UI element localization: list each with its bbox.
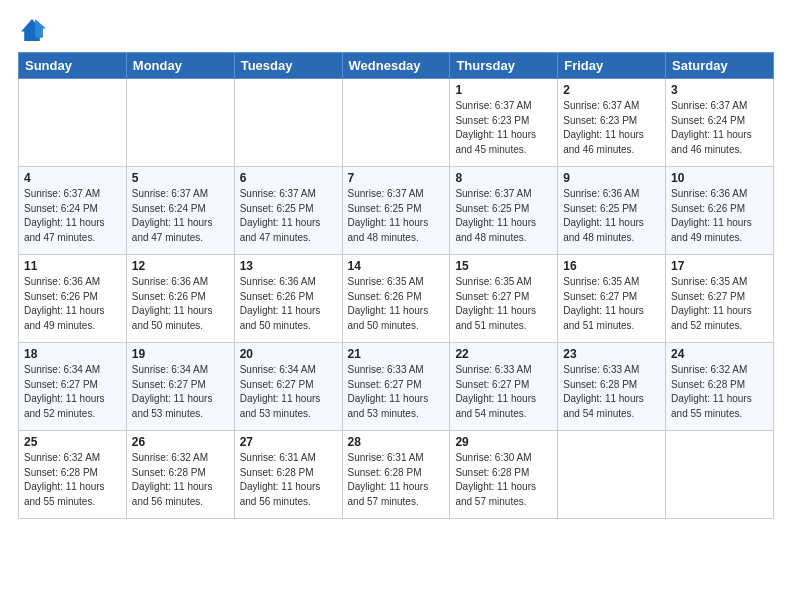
day-number: 23 [563, 347, 660, 361]
calendar-cell: 26Sunrise: 6:32 AM Sunset: 6:28 PM Dayli… [126, 431, 234, 519]
day-number: 25 [24, 435, 121, 449]
day-number: 5 [132, 171, 229, 185]
calendar-day-header: Saturday [666, 53, 774, 79]
day-info: Sunrise: 6:37 AM Sunset: 6:25 PM Dayligh… [455, 187, 552, 245]
day-number: 6 [240, 171, 337, 185]
calendar-cell [126, 79, 234, 167]
logo-icon [18, 16, 46, 44]
calendar-cell: 15Sunrise: 6:35 AM Sunset: 6:27 PM Dayli… [450, 255, 558, 343]
header [18, 16, 774, 44]
day-info: Sunrise: 6:36 AM Sunset: 6:25 PM Dayligh… [563, 187, 660, 245]
day-number: 29 [455, 435, 552, 449]
day-number: 12 [132, 259, 229, 273]
day-number: 7 [348, 171, 445, 185]
day-number: 3 [671, 83, 768, 97]
day-number: 15 [455, 259, 552, 273]
calendar-cell: 17Sunrise: 6:35 AM Sunset: 6:27 PM Dayli… [666, 255, 774, 343]
calendar-cell: 7Sunrise: 6:37 AM Sunset: 6:25 PM Daylig… [342, 167, 450, 255]
page: SundayMondayTuesdayWednesdayThursdayFrid… [0, 0, 792, 612]
day-info: Sunrise: 6:32 AM Sunset: 6:28 PM Dayligh… [132, 451, 229, 509]
calendar-cell: 20Sunrise: 6:34 AM Sunset: 6:27 PM Dayli… [234, 343, 342, 431]
day-info: Sunrise: 6:36 AM Sunset: 6:26 PM Dayligh… [24, 275, 121, 333]
day-info: Sunrise: 6:34 AM Sunset: 6:27 PM Dayligh… [240, 363, 337, 421]
calendar-week-row: 18Sunrise: 6:34 AM Sunset: 6:27 PM Dayli… [19, 343, 774, 431]
day-info: Sunrise: 6:33 AM Sunset: 6:27 PM Dayligh… [348, 363, 445, 421]
day-number: 13 [240, 259, 337, 273]
day-info: Sunrise: 6:36 AM Sunset: 6:26 PM Dayligh… [132, 275, 229, 333]
calendar-day-header: Friday [558, 53, 666, 79]
calendar-table: SundayMondayTuesdayWednesdayThursdayFrid… [18, 52, 774, 519]
calendar-cell [666, 431, 774, 519]
calendar-week-row: 4Sunrise: 6:37 AM Sunset: 6:24 PM Daylig… [19, 167, 774, 255]
calendar-header-row: SundayMondayTuesdayWednesdayThursdayFrid… [19, 53, 774, 79]
day-number: 1 [455, 83, 552, 97]
day-info: Sunrise: 6:37 AM Sunset: 6:25 PM Dayligh… [348, 187, 445, 245]
day-number: 28 [348, 435, 445, 449]
svg-marker-1 [35, 19, 46, 38]
calendar-cell: 10Sunrise: 6:36 AM Sunset: 6:26 PM Dayli… [666, 167, 774, 255]
day-info: Sunrise: 6:33 AM Sunset: 6:28 PM Dayligh… [563, 363, 660, 421]
day-number: 22 [455, 347, 552, 361]
calendar-cell: 5Sunrise: 6:37 AM Sunset: 6:24 PM Daylig… [126, 167, 234, 255]
day-number: 2 [563, 83, 660, 97]
calendar-day-header: Monday [126, 53, 234, 79]
day-info: Sunrise: 6:37 AM Sunset: 6:23 PM Dayligh… [563, 99, 660, 157]
calendar-cell: 19Sunrise: 6:34 AM Sunset: 6:27 PM Dayli… [126, 343, 234, 431]
day-info: Sunrise: 6:37 AM Sunset: 6:25 PM Dayligh… [240, 187, 337, 245]
day-info: Sunrise: 6:33 AM Sunset: 6:27 PM Dayligh… [455, 363, 552, 421]
calendar-cell: 24Sunrise: 6:32 AM Sunset: 6:28 PM Dayli… [666, 343, 774, 431]
day-info: Sunrise: 6:35 AM Sunset: 6:27 PM Dayligh… [563, 275, 660, 333]
day-number: 14 [348, 259, 445, 273]
calendar-cell: 18Sunrise: 6:34 AM Sunset: 6:27 PM Dayli… [19, 343, 127, 431]
day-info: Sunrise: 6:30 AM Sunset: 6:28 PM Dayligh… [455, 451, 552, 509]
day-info: Sunrise: 6:32 AM Sunset: 6:28 PM Dayligh… [671, 363, 768, 421]
calendar-week-row: 11Sunrise: 6:36 AM Sunset: 6:26 PM Dayli… [19, 255, 774, 343]
calendar-cell: 28Sunrise: 6:31 AM Sunset: 6:28 PM Dayli… [342, 431, 450, 519]
day-info: Sunrise: 6:35 AM Sunset: 6:27 PM Dayligh… [455, 275, 552, 333]
day-info: Sunrise: 6:34 AM Sunset: 6:27 PM Dayligh… [24, 363, 121, 421]
day-info: Sunrise: 6:37 AM Sunset: 6:24 PM Dayligh… [671, 99, 768, 157]
calendar-cell: 1Sunrise: 6:37 AM Sunset: 6:23 PM Daylig… [450, 79, 558, 167]
calendar-day-header: Thursday [450, 53, 558, 79]
calendar-cell: 14Sunrise: 6:35 AM Sunset: 6:26 PM Dayli… [342, 255, 450, 343]
calendar-cell: 22Sunrise: 6:33 AM Sunset: 6:27 PM Dayli… [450, 343, 558, 431]
day-number: 17 [671, 259, 768, 273]
day-number: 10 [671, 171, 768, 185]
calendar-cell [558, 431, 666, 519]
day-number: 21 [348, 347, 445, 361]
day-number: 26 [132, 435, 229, 449]
calendar-cell [342, 79, 450, 167]
calendar-day-header: Sunday [19, 53, 127, 79]
logo [18, 16, 50, 44]
day-number: 16 [563, 259, 660, 273]
day-number: 11 [24, 259, 121, 273]
day-number: 19 [132, 347, 229, 361]
day-number: 4 [24, 171, 121, 185]
calendar-cell: 29Sunrise: 6:30 AM Sunset: 6:28 PM Dayli… [450, 431, 558, 519]
calendar-cell: 25Sunrise: 6:32 AM Sunset: 6:28 PM Dayli… [19, 431, 127, 519]
calendar-cell [234, 79, 342, 167]
calendar-day-header: Tuesday [234, 53, 342, 79]
day-info: Sunrise: 6:37 AM Sunset: 6:24 PM Dayligh… [24, 187, 121, 245]
day-info: Sunrise: 6:31 AM Sunset: 6:28 PM Dayligh… [348, 451, 445, 509]
calendar-cell: 23Sunrise: 6:33 AM Sunset: 6:28 PM Dayli… [558, 343, 666, 431]
day-info: Sunrise: 6:32 AM Sunset: 6:28 PM Dayligh… [24, 451, 121, 509]
day-info: Sunrise: 6:36 AM Sunset: 6:26 PM Dayligh… [671, 187, 768, 245]
day-info: Sunrise: 6:35 AM Sunset: 6:26 PM Dayligh… [348, 275, 445, 333]
day-number: 27 [240, 435, 337, 449]
day-number: 24 [671, 347, 768, 361]
day-number: 20 [240, 347, 337, 361]
day-number: 9 [563, 171, 660, 185]
day-info: Sunrise: 6:35 AM Sunset: 6:27 PM Dayligh… [671, 275, 768, 333]
calendar-cell: 2Sunrise: 6:37 AM Sunset: 6:23 PM Daylig… [558, 79, 666, 167]
calendar-cell: 11Sunrise: 6:36 AM Sunset: 6:26 PM Dayli… [19, 255, 127, 343]
calendar-cell [19, 79, 127, 167]
calendar-cell: 6Sunrise: 6:37 AM Sunset: 6:25 PM Daylig… [234, 167, 342, 255]
day-info: Sunrise: 6:37 AM Sunset: 6:23 PM Dayligh… [455, 99, 552, 157]
calendar-week-row: 1Sunrise: 6:37 AM Sunset: 6:23 PM Daylig… [19, 79, 774, 167]
day-number: 18 [24, 347, 121, 361]
calendar-cell: 3Sunrise: 6:37 AM Sunset: 6:24 PM Daylig… [666, 79, 774, 167]
calendar-cell: 9Sunrise: 6:36 AM Sunset: 6:25 PM Daylig… [558, 167, 666, 255]
calendar-cell: 8Sunrise: 6:37 AM Sunset: 6:25 PM Daylig… [450, 167, 558, 255]
day-info: Sunrise: 6:37 AM Sunset: 6:24 PM Dayligh… [132, 187, 229, 245]
